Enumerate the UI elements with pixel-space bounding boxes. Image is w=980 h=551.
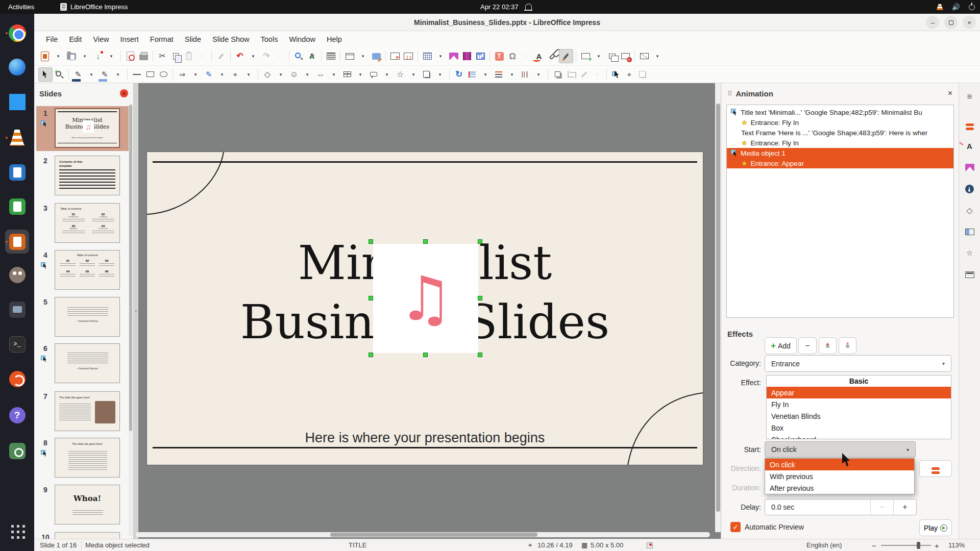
show-draw-functions-button[interactable] — [559, 49, 573, 63]
dock-ubuntu-software[interactable] — [5, 367, 29, 391]
panel-splitter[interactable]: ‹ — [134, 83, 138, 539]
new-presentation-dropdown[interactable] — [52, 49, 65, 63]
delete-slide-button[interactable] — [619, 49, 632, 63]
effect-option-appear[interactable]: Appear — [767, 387, 951, 398]
delay-spinbox[interactable]: 0.0 sec − + — [765, 499, 917, 515]
callouts-dropdown[interactable] — [380, 67, 394, 82]
dock-vlc[interactable] — [5, 126, 29, 149]
slide-thumbnail-4[interactable]: 4 Table of contents 01 02 03 04 05 06 — [36, 250, 129, 290]
effect-option-fly-in[interactable]: Fly In — [767, 398, 951, 410]
fill-color-button[interactable] — [98, 67, 111, 82]
dock-impress[interactable] — [5, 230, 29, 254]
3d-objects-button[interactable] — [420, 67, 433, 82]
language-status[interactable]: English (en) — [806, 541, 842, 549]
menu-help[interactable]: Help — [321, 33, 348, 45]
system-tray[interactable]: 🔊 — [937, 3, 975, 11]
save-dropdown[interactable] — [105, 49, 118, 63]
start-option-on-click[interactable]: On click — [765, 459, 914, 470]
document-modified-icon[interactable] — [647, 542, 653, 548]
stars-button[interactable] — [394, 67, 407, 82]
show-applications-button[interactable] — [5, 519, 29, 543]
sidebar-animation-tab[interactable] — [962, 245, 977, 261]
slide-thumbnail-9[interactable]: 9 Whoa! — [36, 485, 129, 524]
lines-arrows-button[interactable] — [176, 67, 189, 82]
sidebar-navigator-tab[interactable] — [962, 181, 977, 196]
select-tool-button[interactable] — [38, 67, 53, 82]
open-button[interactable] — [65, 49, 78, 63]
save-button[interactable] — [91, 49, 105, 63]
flowchart-button[interactable] — [340, 67, 354, 82]
slide-subtitle[interactable]: Here is where your presentation begins — [147, 430, 703, 446]
activities-button[interactable]: Activities — [8, 3, 34, 11]
focused-app-indicator[interactable]: LibreOffice Impress — [60, 3, 128, 11]
slides-scrollbar[interactable] — [129, 105, 133, 536]
zoom-level[interactable]: 113% — [948, 541, 965, 549]
hyperlink-button[interactable] — [546, 49, 559, 63]
dock-vscode[interactable] — [5, 90, 29, 114]
zoom-slider-thumb[interactable] — [917, 542, 920, 549]
sidebar-settings-icon[interactable] — [962, 89, 977, 105]
add-effect-button[interactable]: Add — [765, 337, 797, 354]
selected-media-object[interactable]: ♫ — [373, 244, 478, 353]
panel-drag-handle[interactable]: ⠿ — [727, 90, 731, 97]
dock-terminal[interactable] — [5, 332, 29, 356]
basic-shapes-button[interactable] — [261, 67, 274, 82]
resize-handle-nw[interactable] — [369, 239, 373, 244]
minimize-button[interactable]: – — [926, 16, 939, 29]
resize-handle-s[interactable] — [423, 353, 428, 357]
rectangle-button[interactable] — [143, 67, 157, 82]
slide-thumbnail-7[interactable]: 7 The slide title goes here! — [36, 391, 129, 431]
connectors-dropdown[interactable] — [242, 67, 255, 82]
slide-layout-dropdown[interactable] — [651, 49, 664, 63]
category-dropdown[interactable]: Entrance — [765, 355, 951, 372]
dock-writer[interactable] — [5, 160, 29, 184]
sidebar-shapes-tab[interactable] — [962, 203, 977, 218]
dock-calc[interactable] — [5, 194, 29, 218]
block-arrows-button[interactable] — [314, 67, 327, 82]
close-button[interactable]: × — [963, 16, 976, 29]
slides-scrollbar-thumb[interactable] — [129, 105, 132, 431]
sidebar-master-slides-tab[interactable] — [962, 267, 977, 282]
start-from-current-slide-button[interactable] — [402, 49, 415, 63]
copy-button[interactable] — [169, 49, 182, 63]
align-dropdown[interactable] — [479, 67, 492, 82]
horizontal-scrollbar-thumb[interactable] — [330, 533, 537, 537]
volume-icon[interactable]: 🔊 — [952, 3, 960, 11]
resize-handle-w[interactable] — [369, 296, 373, 300]
menu-slide-show[interactable]: Slide Show — [207, 33, 255, 45]
animation-item-5-selected[interactable]: Media object 1 — [727, 148, 953, 158]
slide-layout-button[interactable] — [638, 49, 651, 63]
open-dropdown[interactable] — [78, 49, 91, 63]
slide-thumbnail-5[interactable]: 5 —Someone Famous — [36, 297, 129, 337]
connectors-button[interactable] — [229, 67, 242, 82]
menu-format[interactable]: Format — [144, 33, 179, 45]
display-views-dropdown[interactable] — [356, 49, 370, 63]
display-grid-button[interactable] — [324, 49, 337, 63]
clock-menu[interactable]: Apr 22 02:37 — [480, 3, 532, 11]
slide-thumbnail-8[interactable]: 8 The slide title goes here! — [36, 438, 129, 478]
animation-item-3[interactable]: Text Frame 'Here is ...' 'Google Shape;4… — [727, 128, 953, 138]
rotate-button[interactable] — [452, 67, 465, 82]
line-color-button[interactable] — [71, 67, 85, 82]
animation-item-2[interactable]: Entrance: Fly In — [727, 117, 953, 128]
vertical-scrollbar[interactable] — [715, 83, 721, 532]
edit-points-button[interactable] — [609, 67, 623, 82]
line-color-dropdown[interactable] — [85, 67, 98, 82]
insert-image-button[interactable] — [447, 49, 460, 63]
zoom-out-button[interactable]: − — [872, 541, 876, 550]
vlc-tray-icon[interactable] — [937, 4, 943, 10]
stars-dropdown[interactable] — [407, 67, 420, 82]
distribute-dropdown[interactable] — [532, 67, 545, 82]
menu-edit[interactable]: Edit — [63, 33, 87, 45]
display-views-button[interactable] — [343, 49, 356, 63]
flowchart-dropdown[interactable] — [354, 67, 367, 82]
start-option-with-previous[interactable]: With previous — [765, 470, 914, 482]
dock-chrome[interactable] — [5, 21, 29, 45]
sidebar-gallery-tab[interactable] — [962, 160, 977, 175]
sidebar-character-tab[interactable] — [962, 138, 977, 154]
basic-shapes-dropdown[interactable] — [274, 67, 287, 82]
dock-gimp[interactable] — [5, 263, 29, 287]
animation-list[interactable]: Title text 'Minimali...' 'Google Shape;4… — [726, 105, 954, 318]
resize-handle-sw[interactable] — [369, 353, 373, 357]
animation-item-4[interactable]: Entrance: Fly In — [727, 138, 953, 148]
